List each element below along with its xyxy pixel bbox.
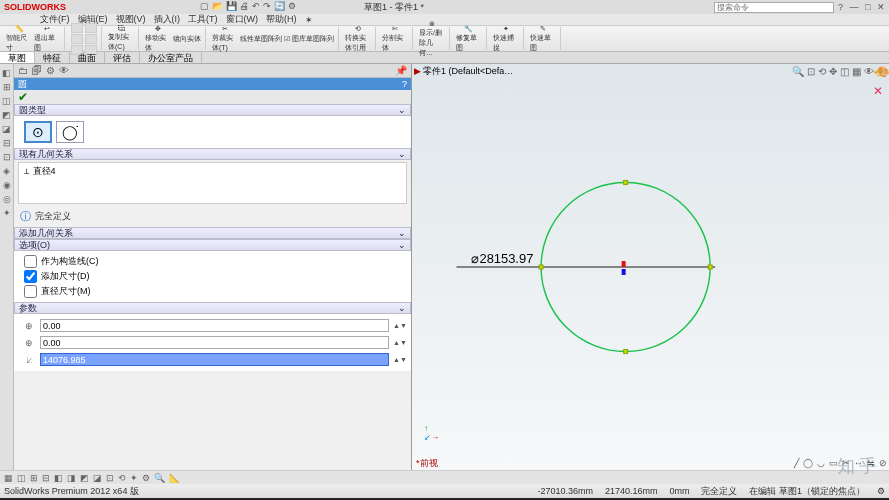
param-x-input[interactable] [40, 319, 389, 332]
relation-item[interactable]: ⊥ 直径4 [23, 165, 402, 178]
menu-help[interactable]: 帮助(H) [266, 13, 297, 26]
qat-open-icon[interactable]: 📂 [212, 1, 223, 11]
section-add-relations[interactable]: 添加几何关系⌄ [14, 227, 411, 239]
opt-diameter-dim[interactable]: 直径尺寸(M) [18, 285, 407, 298]
opt-add-dim[interactable]: 添加尺寸(D) [18, 270, 407, 283]
bt-icon[interactable]: 📐 [169, 473, 180, 483]
sk-arc-icon[interactable]: ◡ [817, 458, 825, 468]
quick-access-toolbar[interactable]: ▢ 📂 💾 🖨 ↶ ↷ 🔄 ⚙ [200, 1, 296, 11]
section-existing-relations[interactable]: 现有几何关系⌄ [14, 148, 411, 160]
rail-icon[interactable]: ◩ [2, 110, 11, 120]
pmgr-tab-feature-icon[interactable]: 🗀 [18, 65, 28, 76]
section-options[interactable]: 选项(O)⌄ [14, 239, 411, 251]
section-params[interactable]: 参数⌄ [14, 302, 411, 314]
sk-line-icon[interactable]: ╱ [794, 458, 799, 468]
opt-construction[interactable]: 作为构造线(C) [18, 255, 407, 268]
rail-icon[interactable]: ◧ [2, 68, 11, 78]
graphics-canvas[interactable]: ▶ 零件1 (Default<Defa… 🔍⊡⟲✥◫▦👁🎨 ⟲ ✕ ⌀28153… [412, 64, 889, 470]
rail-icon[interactable]: ◈ [3, 166, 10, 176]
ribbon-convert[interactable]: ⟲转换实体引用 [345, 27, 371, 51]
menu-tools[interactable]: 工具(T) [188, 13, 218, 26]
bt-icon[interactable]: ◩ [80, 473, 89, 483]
qat-redo-icon[interactable]: ↷ [263, 1, 271, 11]
ribbon-pattern[interactable]: 线性草图阵列 [240, 34, 282, 44]
dimension-label[interactable]: ⌀28153.97 [471, 251, 533, 266]
spin-up-icon[interactable]: ▲▼ [393, 322, 403, 329]
pmgr-ok-icon[interactable]: ✔ [18, 90, 28, 104]
qat-print-icon[interactable]: 🖨 [240, 1, 249, 11]
pmgr-tabs[interactable]: 🗀 🗐 ⚙ 👁 📌 [14, 64, 411, 78]
menu-bar[interactable]: 文件(F) 编辑(E) 视图(V) 插入(I) 工具(T) 窗口(W) 帮助(H… [0, 14, 889, 26]
circle-perimeter-type[interactable]: ◯͘ [56, 121, 84, 143]
flyout-doc-name[interactable]: 零件1 (Default<Defa… [423, 65, 513, 78]
pmgr-tab-display-icon[interactable]: 👁 [59, 65, 69, 76]
close-icon[interactable]: ✕ [877, 2, 885, 12]
status-gear-icon[interactable]: ⚙ [877, 486, 885, 496]
rail-icon[interactable]: ⊟ [3, 138, 11, 148]
relation-list[interactable]: ⊥ 直径4 [18, 162, 407, 204]
circle-center-type[interactable]: ⊙ [24, 121, 52, 143]
rail-icon[interactable]: ◫ [2, 96, 11, 106]
ribbon-quick-sketch[interactable]: ✎快速草图 [530, 27, 556, 51]
spline-tool-icon[interactable] [85, 34, 97, 44]
bt-icon[interactable]: ⊞ [30, 473, 38, 483]
bt-icon[interactable]: ⟲ [118, 473, 126, 483]
rect-tool-icon[interactable] [71, 34, 83, 44]
ribbon-split[interactable]: ✄分割实体 [382, 27, 408, 51]
param-radius-input[interactable] [40, 353, 389, 366]
pan-icon[interactable]: ✥ [829, 66, 837, 77]
bt-icon[interactable]: ⚙ [142, 473, 150, 483]
line-tool-icon[interactable] [71, 23, 83, 33]
display-style-icon[interactable]: ▦ [852, 66, 861, 77]
tab-sketch[interactable]: 草图 [0, 52, 35, 63]
ribbon-move-entity[interactable]: ✥移动实体 [145, 27, 171, 51]
rail-icon[interactable]: ◪ [2, 124, 11, 134]
section-circle-type[interactable]: 圆类型⌄ [14, 104, 411, 116]
rail-icon[interactable]: ⊡ [3, 152, 11, 162]
rail-icon[interactable]: ◎ [3, 194, 11, 204]
zoom-fit-icon[interactable]: 🔍 [792, 66, 804, 77]
ribbon-quick-snap[interactable]: ✦快速捕捉 [493, 27, 519, 51]
qat-rebuild-icon[interactable]: 🔄 [274, 1, 285, 11]
ribbon-trim[interactable]: ✂剪裁实体(T) [212, 27, 238, 51]
tab-office[interactable]: 办公室产品 [140, 52, 202, 63]
arc-tool-icon[interactable] [85, 23, 97, 33]
bt-icon[interactable]: ◧ [54, 473, 63, 483]
rail-icon[interactable]: ✦ [3, 208, 11, 218]
pmgr-tab-config-icon[interactable]: ⚙ [46, 65, 55, 76]
command-search-input[interactable] [714, 2, 834, 13]
ribbon-pattern-chk[interactable]: ☑ 图库草图阵列 [284, 34, 334, 44]
qat-undo-icon[interactable]: ↶ [252, 1, 260, 11]
tab-evaluate[interactable]: 评估 [105, 52, 140, 63]
rotate-icon[interactable]: ⟲ [818, 66, 826, 77]
tab-features[interactable]: 特征 [35, 52, 70, 63]
spin-up-icon[interactable]: ▲▼ [393, 339, 403, 346]
bt-icon[interactable]: ◪ [93, 473, 102, 483]
tab-surfaces[interactable]: 曲面 [70, 52, 105, 63]
qat-options-icon[interactable]: ⚙ [288, 1, 296, 11]
menu-window[interactable]: 窗口(W) [226, 13, 259, 26]
model-tab[interactable]: *前视 [416, 457, 438, 470]
qat-save-icon[interactable]: 💾 [226, 1, 237, 11]
ribbon-smart-dimension[interactable]: 📏智能尺寸 [6, 27, 32, 51]
ribbon-repair[interactable]: 🔧修复草图 [456, 27, 482, 51]
ribbon-copy-entity[interactable]: ⿻复制实体(C) [108, 27, 134, 51]
ribbon-exit-sketch[interactable]: ↩退出草图 [34, 27, 60, 51]
bt-icon[interactable]: ◨ [67, 473, 76, 483]
sketch-svg[interactable]: ⌀28153.97 [412, 78, 889, 456]
ribbon-display-delete[interactable]: ⊗显示/删除几何… [419, 27, 445, 51]
ribbon-mirror[interactable]: 镜向实体 [173, 34, 201, 44]
bt-icon[interactable]: ⊡ [106, 473, 114, 483]
spin-up-icon[interactable]: ▲▼ [393, 356, 403, 363]
pmgr-help-icon[interactable]: ? [398, 79, 411, 89]
section-view-icon[interactable]: ◫ [840, 66, 849, 77]
bottom-toolbar[interactable]: ▦◫⊞⊟◧◨◩◪⊡⟲✦⚙🔍📐 [0, 470, 889, 484]
param-y-input[interactable] [40, 336, 389, 349]
rail-icon[interactable]: ⊞ [3, 82, 11, 92]
zoom-area-icon[interactable]: ⊡ [807, 66, 815, 77]
minimize-icon[interactable]: — [850, 2, 859, 12]
pmgr-tab-property-icon[interactable]: 🗐 [32, 65, 42, 76]
bt-icon[interactable]: 🔍 [154, 473, 165, 483]
help-icon[interactable]: ? [838, 2, 843, 12]
bt-icon[interactable]: ⊟ [42, 473, 50, 483]
